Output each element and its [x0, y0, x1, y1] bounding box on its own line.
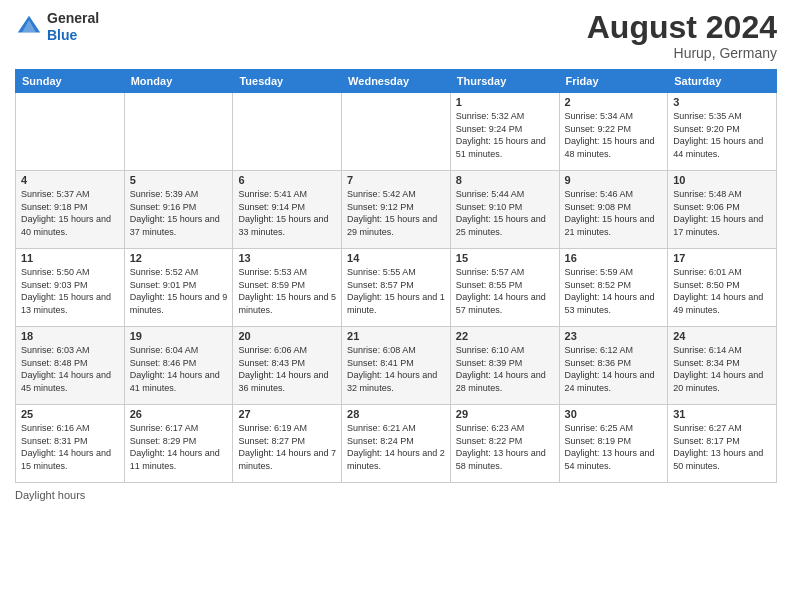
calendar-cell: 19Sunrise: 6:04 AM Sunset: 8:46 PM Dayli…: [124, 327, 233, 405]
day-info: Sunrise: 5:37 AM Sunset: 9:18 PM Dayligh…: [21, 188, 119, 238]
day-number: 27: [238, 408, 336, 420]
logo-general: General: [47, 10, 99, 26]
calendar-cell: 12Sunrise: 5:52 AM Sunset: 9:01 PM Dayli…: [124, 249, 233, 327]
calendar-table: SundayMondayTuesdayWednesdayThursdayFrid…: [15, 69, 777, 483]
day-info: Sunrise: 5:57 AM Sunset: 8:55 PM Dayligh…: [456, 266, 554, 316]
calendar-cell: [342, 93, 451, 171]
day-number: 1: [456, 96, 554, 108]
day-info: Sunrise: 6:21 AM Sunset: 8:24 PM Dayligh…: [347, 422, 445, 472]
logo-blue: Blue: [47, 27, 77, 43]
day-number: 15: [456, 252, 554, 264]
calendar-cell: 22Sunrise: 6:10 AM Sunset: 8:39 PM Dayli…: [450, 327, 559, 405]
title-section: August 2024 Hurup, Germany: [587, 10, 777, 61]
day-number: 29: [456, 408, 554, 420]
day-number: 26: [130, 408, 228, 420]
calendar-week-row: 11Sunrise: 5:50 AM Sunset: 9:03 PM Dayli…: [16, 249, 777, 327]
day-info: Sunrise: 5:35 AM Sunset: 9:20 PM Dayligh…: [673, 110, 771, 160]
day-info: Sunrise: 5:59 AM Sunset: 8:52 PM Dayligh…: [565, 266, 663, 316]
calendar-cell: 1Sunrise: 5:32 AM Sunset: 9:24 PM Daylig…: [450, 93, 559, 171]
day-info: Sunrise: 6:04 AM Sunset: 8:46 PM Dayligh…: [130, 344, 228, 394]
day-info: Sunrise: 5:50 AM Sunset: 9:03 PM Dayligh…: [21, 266, 119, 316]
calendar-cell: 29Sunrise: 6:23 AM Sunset: 8:22 PM Dayli…: [450, 405, 559, 483]
calendar-cell: 7Sunrise: 5:42 AM Sunset: 9:12 PM Daylig…: [342, 171, 451, 249]
day-info: Sunrise: 6:23 AM Sunset: 8:22 PM Dayligh…: [456, 422, 554, 472]
day-number: 23: [565, 330, 663, 342]
calendar-cell: 21Sunrise: 6:08 AM Sunset: 8:41 PM Dayli…: [342, 327, 451, 405]
calendar-header-row: SundayMondayTuesdayWednesdayThursdayFrid…: [16, 70, 777, 93]
calendar-cell: [233, 93, 342, 171]
day-info: Sunrise: 6:19 AM Sunset: 8:27 PM Dayligh…: [238, 422, 336, 472]
location-title: Hurup, Germany: [587, 45, 777, 61]
calendar-cell: 14Sunrise: 5:55 AM Sunset: 8:57 PM Dayli…: [342, 249, 451, 327]
day-number: 12: [130, 252, 228, 264]
day-info: Sunrise: 5:44 AM Sunset: 9:10 PM Dayligh…: [456, 188, 554, 238]
day-info: Sunrise: 5:53 AM Sunset: 8:59 PM Dayligh…: [238, 266, 336, 316]
day-info: Sunrise: 6:06 AM Sunset: 8:43 PM Dayligh…: [238, 344, 336, 394]
calendar-cell: 24Sunrise: 6:14 AM Sunset: 8:34 PM Dayli…: [668, 327, 777, 405]
day-info: Sunrise: 6:17 AM Sunset: 8:29 PM Dayligh…: [130, 422, 228, 472]
day-number: 6: [238, 174, 336, 186]
calendar-week-row: 1Sunrise: 5:32 AM Sunset: 9:24 PM Daylig…: [16, 93, 777, 171]
day-number: 7: [347, 174, 445, 186]
day-number: 22: [456, 330, 554, 342]
calendar-cell: 8Sunrise: 5:44 AM Sunset: 9:10 PM Daylig…: [450, 171, 559, 249]
calendar-cell: 30Sunrise: 6:25 AM Sunset: 8:19 PM Dayli…: [559, 405, 668, 483]
daylight-label: Daylight hours: [15, 489, 85, 501]
day-number: 19: [130, 330, 228, 342]
footer: Daylight hours: [15, 489, 777, 501]
day-number: 18: [21, 330, 119, 342]
calendar-cell: 5Sunrise: 5:39 AM Sunset: 9:16 PM Daylig…: [124, 171, 233, 249]
calendar-cell: 25Sunrise: 6:16 AM Sunset: 8:31 PM Dayli…: [16, 405, 125, 483]
header: General Blue August 2024 Hurup, Germany: [15, 10, 777, 61]
day-number: 21: [347, 330, 445, 342]
day-number: 16: [565, 252, 663, 264]
calendar-cell: 20Sunrise: 6:06 AM Sunset: 8:43 PM Dayli…: [233, 327, 342, 405]
day-number: 17: [673, 252, 771, 264]
day-info: Sunrise: 5:55 AM Sunset: 8:57 PM Dayligh…: [347, 266, 445, 316]
calendar-cell: 27Sunrise: 6:19 AM Sunset: 8:27 PM Dayli…: [233, 405, 342, 483]
day-info: Sunrise: 5:39 AM Sunset: 9:16 PM Dayligh…: [130, 188, 228, 238]
calendar-cell: 9Sunrise: 5:46 AM Sunset: 9:08 PM Daylig…: [559, 171, 668, 249]
logo: General Blue: [15, 10, 99, 44]
day-number: 10: [673, 174, 771, 186]
calendar-cell: 16Sunrise: 5:59 AM Sunset: 8:52 PM Dayli…: [559, 249, 668, 327]
calendar-cell: [16, 93, 125, 171]
calendar-cell: 11Sunrise: 5:50 AM Sunset: 9:03 PM Dayli…: [16, 249, 125, 327]
calendar-cell: 23Sunrise: 6:12 AM Sunset: 8:36 PM Dayli…: [559, 327, 668, 405]
calendar-cell: 17Sunrise: 6:01 AM Sunset: 8:50 PM Dayli…: [668, 249, 777, 327]
calendar-week-row: 18Sunrise: 6:03 AM Sunset: 8:48 PM Dayli…: [16, 327, 777, 405]
calendar-cell: 2Sunrise: 5:34 AM Sunset: 9:22 PM Daylig…: [559, 93, 668, 171]
calendar-cell: 18Sunrise: 6:03 AM Sunset: 8:48 PM Dayli…: [16, 327, 125, 405]
day-number: 30: [565, 408, 663, 420]
calendar-header-friday: Friday: [559, 70, 668, 93]
day-number: 8: [456, 174, 554, 186]
calendar-week-row: 25Sunrise: 6:16 AM Sunset: 8:31 PM Dayli…: [16, 405, 777, 483]
day-info: Sunrise: 5:32 AM Sunset: 9:24 PM Dayligh…: [456, 110, 554, 160]
day-number: 24: [673, 330, 771, 342]
day-number: 11: [21, 252, 119, 264]
day-info: Sunrise: 6:01 AM Sunset: 8:50 PM Dayligh…: [673, 266, 771, 316]
calendar-header-tuesday: Tuesday: [233, 70, 342, 93]
day-info: Sunrise: 6:08 AM Sunset: 8:41 PM Dayligh…: [347, 344, 445, 394]
calendar-cell: [124, 93, 233, 171]
page: General Blue August 2024 Hurup, Germany …: [0, 0, 792, 612]
calendar-cell: 31Sunrise: 6:27 AM Sunset: 8:17 PM Dayli…: [668, 405, 777, 483]
day-number: 20: [238, 330, 336, 342]
day-number: 14: [347, 252, 445, 264]
day-number: 3: [673, 96, 771, 108]
logo-icon: [15, 13, 43, 41]
calendar-header-sunday: Sunday: [16, 70, 125, 93]
calendar-cell: 26Sunrise: 6:17 AM Sunset: 8:29 PM Dayli…: [124, 405, 233, 483]
day-info: Sunrise: 5:46 AM Sunset: 9:08 PM Dayligh…: [565, 188, 663, 238]
day-info: Sunrise: 6:25 AM Sunset: 8:19 PM Dayligh…: [565, 422, 663, 472]
calendar-week-row: 4Sunrise: 5:37 AM Sunset: 9:18 PM Daylig…: [16, 171, 777, 249]
calendar-cell: 15Sunrise: 5:57 AM Sunset: 8:55 PM Dayli…: [450, 249, 559, 327]
day-info: Sunrise: 5:34 AM Sunset: 9:22 PM Dayligh…: [565, 110, 663, 160]
calendar-header-saturday: Saturday: [668, 70, 777, 93]
day-info: Sunrise: 5:41 AM Sunset: 9:14 PM Dayligh…: [238, 188, 336, 238]
day-number: 4: [21, 174, 119, 186]
day-number: 9: [565, 174, 663, 186]
day-number: 25: [21, 408, 119, 420]
logo-text: General Blue: [47, 10, 99, 44]
calendar-cell: 28Sunrise: 6:21 AM Sunset: 8:24 PM Dayli…: [342, 405, 451, 483]
